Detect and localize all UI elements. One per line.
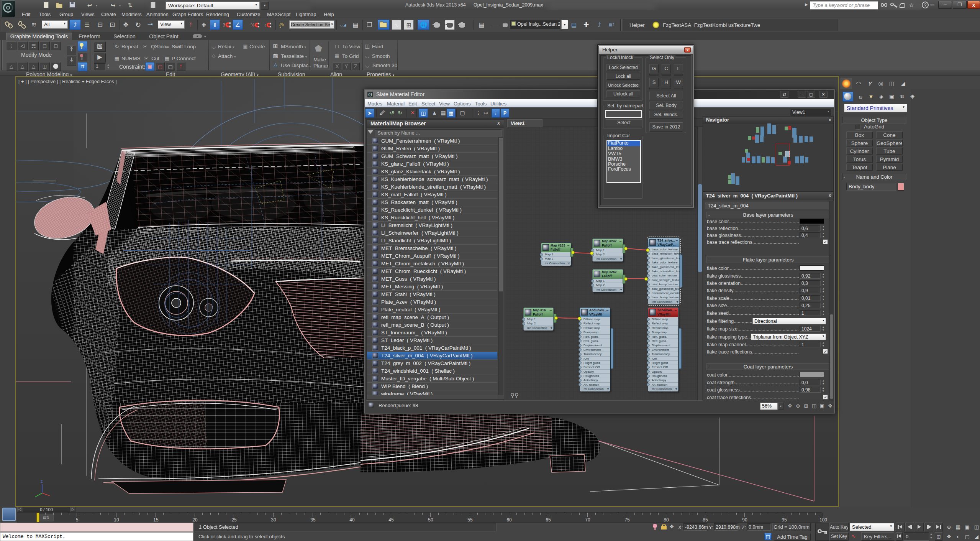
svg-text:Z: Z [41, 480, 43, 483]
